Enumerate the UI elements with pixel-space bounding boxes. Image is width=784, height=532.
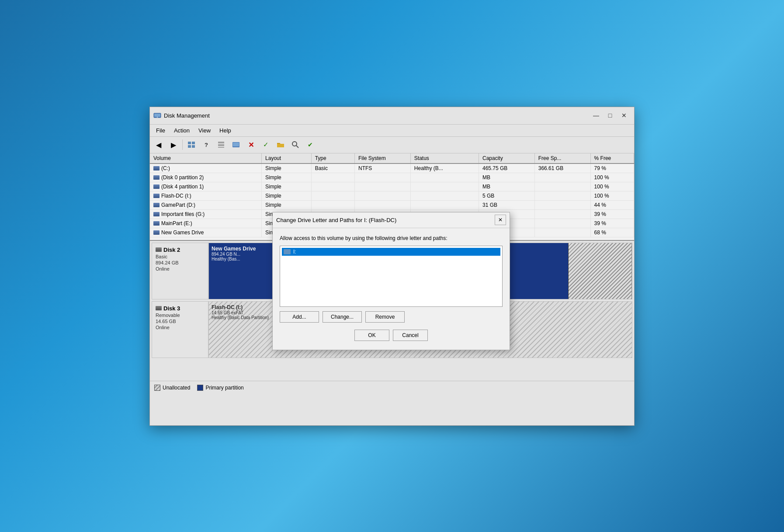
cancel-button[interactable]: Cancel [393, 330, 428, 341]
add-button[interactable]: Add... [280, 311, 319, 323]
modal-close-button[interactable]: ✕ [495, 215, 506, 225]
listbox-drive-label: I: [293, 249, 296, 255]
modal-overlay: Change Drive Letter and Paths for I: (Fl… [150, 107, 634, 425]
modal-title-bar: Change Drive Letter and Paths for I: (Fl… [273, 212, 510, 228]
change-drive-letter-dialog: Change Drive Letter and Paths for I: (Fl… [272, 212, 510, 350]
listbox-drive-item[interactable]: I: [282, 248, 500, 256]
modal-title: Change Drive Letter and Paths for I: (Fl… [276, 217, 396, 223]
remove-button[interactable]: Remove [365, 311, 405, 323]
modal-body: Allow access to this volume by using the… [273, 228, 510, 350]
modal-listbox[interactable]: I: [280, 246, 503, 307]
disk-management-window: Disk Management — □ ✕ File Action View H… [149, 107, 635, 426]
modal-description: Allow access to this volume by using the… [280, 235, 503, 241]
ok-button[interactable]: OK [354, 330, 389, 341]
modal-ok-buttons: OK Cancel [280, 326, 503, 346]
change-button[interactable]: Change... [323, 311, 362, 323]
modal-action-buttons: Add... Change... Remove [280, 311, 503, 326]
listbox-drive-icon [284, 249, 291, 254]
